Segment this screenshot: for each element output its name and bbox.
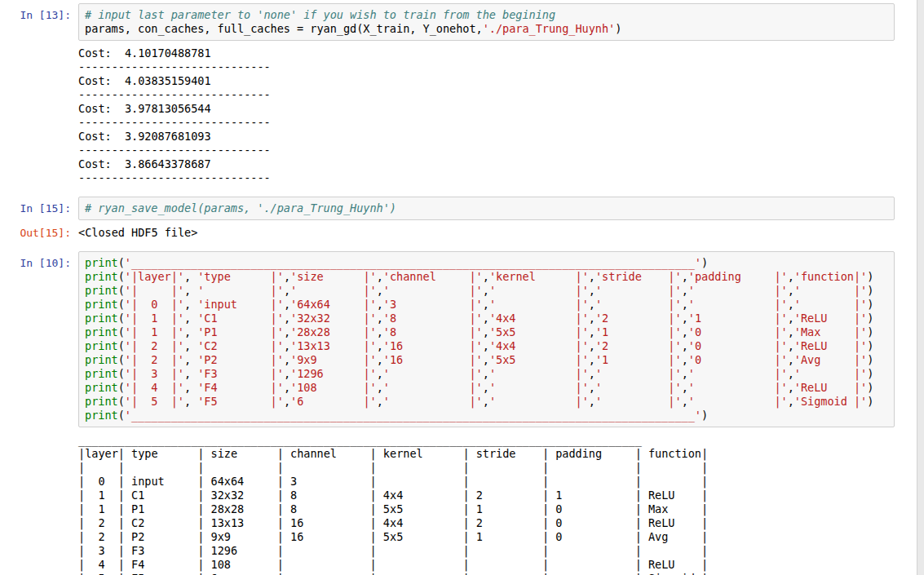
code-token: 'P1 |'	[197, 325, 284, 338]
code-token: ,	[589, 270, 595, 283]
code-token: ' |'	[595, 395, 682, 408]
code-token: ,	[184, 381, 197, 394]
code-token: print	[85, 395, 118, 408]
code-token: ,	[589, 312, 595, 325]
vertical-scrollbar[interactable]	[917, 0, 924, 575]
code-token: # input last parameter to 'none' if you …	[85, 8, 555, 21]
code-token: '2 |'	[595, 312, 682, 325]
code-token: ,	[184, 270, 197, 283]
code-token: ,	[184, 312, 197, 325]
code-token: '| 5 |'	[125, 395, 184, 408]
cell-output-row: Cost: 4.10170488781 --------------------…	[0, 41, 917, 185]
code-token: 'ReLU |'	[794, 381, 867, 394]
output-text: ________________________________________…	[78, 433, 708, 575]
cell-input-row: In [13]:# input last parameter to 'none'…	[0, 3, 917, 41]
code-token: ,	[483, 381, 489, 394]
code-line: print('| 2 |', 'C2 |','13x13 |','16 |','…	[85, 339, 888, 353]
code-token: '_______________________________________…	[125, 256, 701, 269]
input-prompt: In [13]:	[0, 3, 78, 22]
code-line: print('| 1 |', 'C1 |','32x32 |','8 |','4…	[85, 312, 888, 325]
code-token: ,	[184, 284, 197, 297]
code-token: ,	[788, 339, 794, 352]
code-token: print	[85, 270, 118, 283]
code-token: ,	[483, 284, 489, 297]
code-token: ' |'	[489, 367, 589, 380]
code-token: print	[85, 353, 118, 366]
code-token: ,	[284, 284, 290, 297]
code-token: '3 |'	[383, 298, 483, 311]
code-token: ' |'	[595, 298, 682, 311]
code-token: ' |'	[383, 381, 483, 394]
code-token: ,	[377, 298, 383, 311]
code-token: ,	[589, 367, 595, 380]
code-token: '16 |'	[383, 339, 483, 352]
code-token: ,	[284, 367, 290, 380]
code-token: ' |'	[197, 284, 284, 297]
code-input-area[interactable]: print('_________________________________…	[78, 251, 895, 427]
code-token: (	[118, 353, 125, 366]
code-token: ,	[377, 325, 383, 338]
code-token: ,	[788, 312, 794, 325]
code-line: print('_________________________________…	[85, 256, 888, 270]
notebook-cell-1: In [15]:# ryan_save_model(params, './par…	[0, 197, 917, 240]
code-token: print	[85, 284, 118, 297]
code-token: '0 |'	[688, 353, 788, 366]
code-token: ,	[483, 312, 489, 325]
code-token: '1 |'	[688, 312, 788, 325]
code-token: '| 3 |'	[125, 367, 184, 380]
code-input-area[interactable]: # ryan_save_model(params, './para_Trung_…	[78, 197, 895, 220]
code-token: ,	[682, 381, 688, 394]
code-token: ,	[284, 298, 290, 311]
code-token: '| 2 |'	[125, 353, 184, 366]
code-token: '0 |'	[688, 339, 788, 352]
code-token: '| 2 |'	[125, 339, 184, 352]
code-token: '64x64 |'	[290, 298, 377, 311]
code-token: 'padding |'	[688, 270, 788, 283]
code-token: print	[85, 339, 118, 352]
code-token: ,	[184, 298, 197, 311]
code-token: )	[867, 325, 873, 338]
code-token: 'F4 |'	[197, 381, 284, 394]
code-token: '4x4 |'	[489, 339, 589, 352]
cell-input-row: In [15]:# ryan_save_model(params, './par…	[0, 197, 917, 220]
code-token: ' |'	[688, 395, 788, 408]
code-token: '| 4 |'	[125, 381, 184, 394]
output-text: <Closed HDF5 file>	[78, 226, 197, 240]
code-input-area[interactable]: # input last parameter to 'none' if you …	[78, 3, 895, 41]
code-token: ,	[284, 339, 290, 352]
code-token: print	[85, 298, 118, 311]
code-token: 'C1 |'	[197, 312, 284, 325]
code-line: print('| 0 |', 'input |','64x64 |','3 |'…	[85, 298, 888, 312]
code-token: ,	[377, 353, 383, 366]
code-token: ,	[589, 284, 595, 297]
code-token: 'channel |'	[383, 270, 483, 283]
code-token: ,	[682, 395, 688, 408]
code-token: 'ReLU |'	[794, 339, 867, 352]
code-token: )	[615, 22, 621, 35]
code-token: '| 1 |'	[125, 312, 184, 325]
code-token: (	[118, 298, 125, 311]
code-token: (	[118, 284, 125, 297]
code-token: ,	[589, 298, 595, 311]
code-token: ,	[788, 367, 794, 380]
code-token: ' |'	[794, 298, 867, 311]
code-token: ,	[184, 339, 197, 352]
code-token: ,	[682, 298, 688, 311]
code-token: ,	[377, 339, 383, 352]
code-token: ,	[682, 353, 688, 366]
code-token: )	[867, 339, 873, 352]
code-line: print('|layer|', 'type |','size |','chan…	[85, 270, 888, 284]
code-token: 'Sigmoid |'	[794, 395, 867, 408]
code-token: ,	[284, 312, 290, 325]
code-token: ,	[788, 298, 794, 311]
code-token: '16 |'	[383, 353, 483, 366]
code-token: ,	[483, 325, 489, 338]
code-line: params, con_caches, full_caches = ryan_g…	[85, 22, 888, 36]
code-token: '| 1 |'	[125, 325, 184, 338]
code-token: )	[867, 367, 873, 380]
code-token: ' |'	[383, 367, 483, 380]
code-token: )	[701, 409, 708, 422]
code-token: params, con_caches, full_caches = ryan_g…	[85, 22, 483, 35]
code-token: 'ReLU |'	[794, 312, 867, 325]
code-token: ,	[284, 270, 290, 283]
